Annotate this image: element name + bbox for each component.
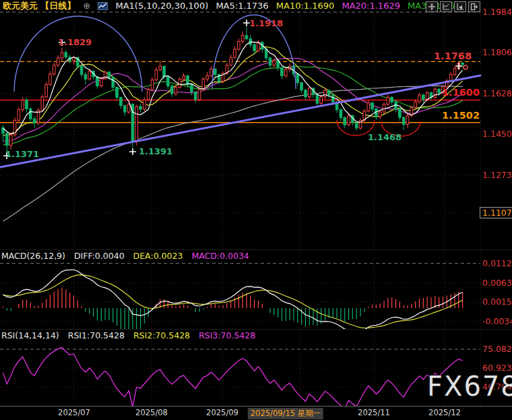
x-axis-selected-date: 2025/09/15 星期一 [248,408,323,419]
macd-name-label: MACD(26,12,9) [1,251,65,261]
rsi2-value: RSI2:70.5428 [133,330,190,340]
rsi-pane-header: RSI(14,14,14) RSI1:70.5428 RSI2:70.5428 … [1,330,261,340]
x-axis-tick: 2025/09 [206,408,238,417]
chart-titlebar: 欧元美元 【日线】 ⊕ MA1(5,10,20,30,100) MA5:1.17… [3,0,471,11]
macd-axis-tick: 0.0112 [482,258,512,268]
ma10-value: MA10:1.1690 [276,1,335,11]
swing-price-label: 1.1829 [58,37,92,47]
swing-price-label: 1.1468 [368,132,402,142]
macd-diff-value: DIFF:0.0040 [74,251,125,261]
x-axis-tick: 2025/08 [135,408,168,417]
swing-price-label: 1.1918 [249,18,283,28]
y-axis-tick: 1.1628 [482,88,512,98]
watermark: FX678 [427,371,512,402]
y-axis-tick: 1.1450 [482,129,512,139]
trading-chart-window: 欧元美元 【日线】 ⊕ MA1(5,10,20,30,100) MA5:1.17… [0,0,512,420]
macd-axis-tick: 0.0015 [482,297,512,307]
macd-axis-tick: -0.0034 [482,316,512,326]
y-axis-tick: 1.1984 [482,7,512,17]
level-price-label: 1.1600 [442,87,480,98]
exit-fullscreen-icon[interactable] [468,1,480,12]
x-axis-tick: 2025/07 [58,408,90,417]
rsi1-value: RSI1:70.5428 [68,330,125,340]
ma5-value: MA5:1.1736 [216,1,268,11]
swing-price-label: 1.1371 [5,149,39,159]
chart-canvas[interactable] [0,0,512,420]
swing-price-label: 1.1391 [139,146,172,156]
ma20-value: MA20:1.1629 [342,1,400,11]
x-axis-tick: 2025/11 [358,408,390,417]
x-axis-tick: 2025/12 [428,408,461,417]
y-axis-boxed-label: 1.1107 [480,207,512,218]
macd-dea-value: DEA:0.0023 [133,251,183,261]
symbol-title: 欧元美元 [3,1,38,11]
mini-chart-icon [98,1,108,13]
level-price-label: 1.1768 [434,51,472,61]
rsi3-value: RSI3:70.5428 [199,330,255,340]
macd-axis-tick: 0.0063 [482,278,512,288]
add-indicator-icon[interactable]: ⊕ [83,1,90,11]
chart-toolbar [426,1,480,12]
crosshair-move-icon[interactable] [426,1,438,12]
rsi-name-label: RSI(14,14,14) [1,330,59,340]
axis-scale-left-icon[interactable] [440,1,452,12]
macd-value: MACD:0.0034 [191,251,249,261]
axis-scale-right-icon[interactable] [454,1,466,12]
macd-pane-header: MACD(26,12,9) DIFF:0.0040 DEA:0.0023 MAC… [1,251,255,261]
y-axis-tick: 1.1273 [482,170,512,180]
period-label: 【日线】 [40,1,75,11]
rsi-axis-tick: 75.0822 [482,344,512,354]
y-axis-tick: 1.1806 [482,47,512,57]
ma-params-label: MA1(5,10,20,30,100) [115,1,208,11]
level-price-label: 1.1502 [442,110,480,121]
